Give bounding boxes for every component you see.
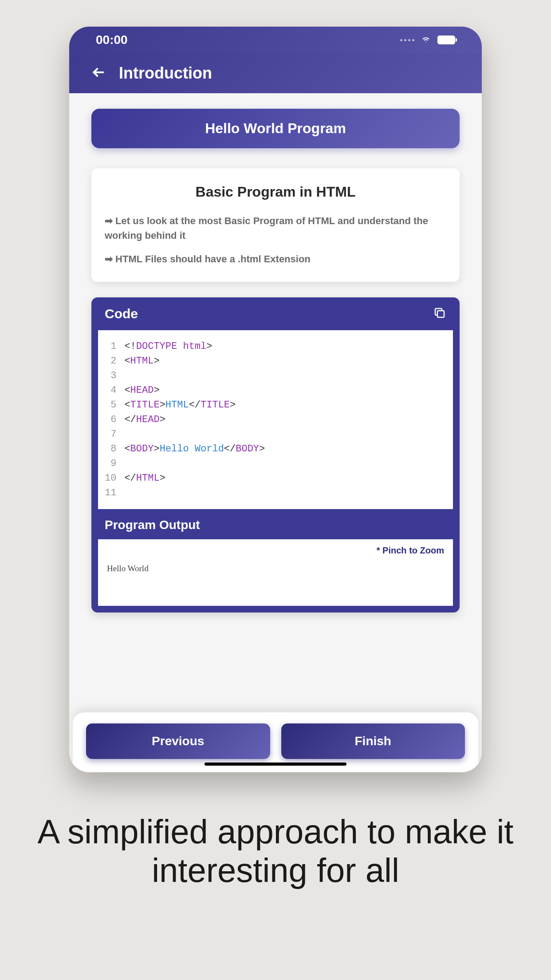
finish-button[interactable]: Finish [281,723,465,759]
tagline: A simplified approach to make it interes… [0,812,551,890]
code-label: Code [105,306,138,321]
output-text: Hello World [107,564,444,573]
zoom-hint: * Pinch to Zoom [107,545,444,556]
info-card-title: Basic Program in HTML [105,184,446,200]
status-bar: 00:00 [69,27,482,53]
battery-icon [437,36,455,44]
copy-icon[interactable] [433,306,446,321]
info-point: ➡ HTML Files should have a .html Extensi… [105,252,446,266]
line-numbers: 1234567891011 [105,339,116,500]
code-body[interactable]: 1234567891011 <!DOCTYPE html> <HTML> <HE… [98,330,453,509]
code-card: Code 1234567891011 <!DOCTYPE html> <HTML… [91,297,460,612]
wifi-icon [420,34,432,46]
cellular-dots-icon [400,39,414,41]
info-point: ➡ Let us look at the most Basic Program … [105,213,446,243]
previous-button[interactable]: Previous [86,723,270,759]
status-time: 00:00 [96,33,128,47]
output-label: Program Output [91,509,460,539]
banner-title: Hello World Program [205,120,346,136]
header: Introduction [69,53,482,93]
home-indicator[interactable] [205,763,346,766]
phone-frame: 00:00 Introduction Hello World Program B… [69,27,482,772]
code-header: Code [91,297,460,330]
svg-rect-1 [437,311,444,317]
code-lines: <!DOCTYPE html> <HTML> <HEAD> <TITLE>HTM… [124,339,265,500]
page-title: Introduction [119,64,212,83]
content-area[interactable]: Hello World Program Basic Program in HTM… [69,93,482,712]
section-banner: Hello World Program [91,109,460,148]
output-body[interactable]: * Pinch to Zoom Hello World [98,539,453,606]
status-icons [400,34,455,46]
back-arrow-icon[interactable] [91,65,106,81]
info-card: Basic Program in HTML ➡ Let us look at t… [91,168,460,282]
